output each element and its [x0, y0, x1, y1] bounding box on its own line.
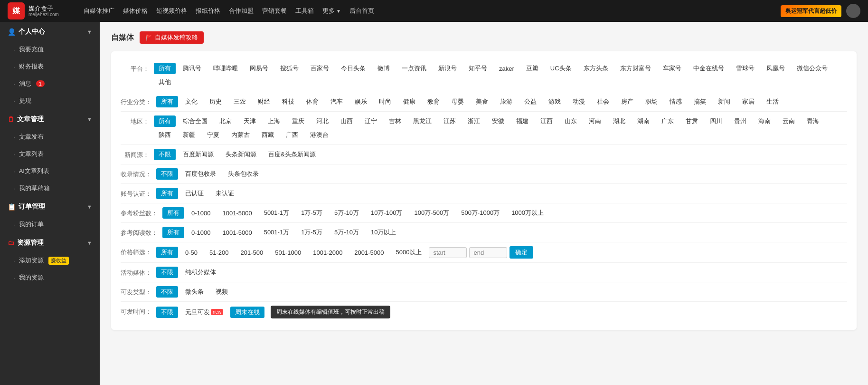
region-tag-tianjin[interactable]: 天津	[239, 116, 261, 127]
platform-tag-xueqiu[interactable]: 雪球号	[731, 63, 759, 74]
industry-tag-auto[interactable]: 汽车	[326, 96, 348, 107]
sidebar-section-article[interactable]: 🗒 文章管理 ▼	[0, 109, 100, 128]
nav-link-join[interactable]: 合作加盟	[229, 7, 254, 15]
platform-tag-yidian[interactable]: 一点资讯	[397, 63, 431, 74]
region-tag-chongqing[interactable]: 重庆	[287, 116, 309, 127]
industry-tag-anime[interactable]: 动漫	[568, 96, 590, 107]
fans-tag-5001-1w[interactable]: 5001-1万	[259, 207, 294, 219]
platform-tag-zhihu[interactable]: 知乎号	[464, 63, 492, 74]
industry-tag-game[interactable]: 游戏	[544, 96, 566, 107]
inclusion-tag-unlimited[interactable]: 不限	[156, 168, 178, 180]
news-source-tag-both[interactable]: 百度&头条新闻源	[264, 149, 321, 160]
industry-tag-home[interactable]: 家居	[737, 96, 759, 107]
platform-tag-chejia[interactable]: 车家号	[658, 63, 686, 74]
region-tag-shanghai[interactable]: 上海	[263, 116, 285, 127]
industry-tag-emotion[interactable]: 情感	[665, 96, 687, 107]
sidebar-item-finance[interactable]: · 财务报表	[0, 58, 100, 75]
guide-button[interactable]: 🚩 自媒体发稿攻略	[140, 31, 204, 44]
industry-tag-sannong[interactable]: 三农	[229, 96, 251, 107]
pub-type-tag-weih[interactable]: 微头条	[180, 286, 208, 298]
sidebar-item-recharge[interactable]: · 我要充值	[0, 41, 100, 58]
auth-tag-unverified[interactable]: 未认证	[211, 188, 239, 199]
industry-tag-life[interactable]: 生活	[762, 96, 783, 107]
platform-tag-all[interactable]: 所有	[154, 63, 176, 74]
price-tag-1001-2000[interactable]: 1001-2000	[308, 248, 347, 258]
industry-tag-funny[interactable]: 搞笑	[689, 96, 711, 107]
fans-tag-0-1000[interactable]: 0-1000	[187, 208, 215, 218]
region-tag-hebei[interactable]: 河北	[311, 116, 333, 127]
platform-tag-ifeng[interactable]: 凤凰号	[762, 63, 790, 74]
industry-tag-realestate[interactable]: 房产	[616, 96, 638, 107]
price-tag-all[interactable]: 所有	[156, 247, 178, 258]
region-tag-xizang[interactable]: 西藏	[257, 129, 279, 141]
sidebar-item-add-resource[interactable]: · 添加资源 赚收益	[0, 252, 100, 269]
price-tag-51-200[interactable]: 51-200	[205, 248, 233, 258]
industry-tag-tech[interactable]: 科技	[277, 96, 299, 107]
price-end-input[interactable]	[469, 247, 507, 258]
fans-tag-500w-1000w[interactable]: 500万-1000万	[456, 207, 504, 219]
news-source-tag-toutiao[interactable]: 头条新闻源	[221, 149, 261, 160]
industry-tag-sports[interactable]: 体育	[302, 96, 323, 107]
fans-tag-100w-500w[interactable]: 100万-500万	[409, 207, 454, 219]
inclusion-tag-toutiao[interactable]: 头条包收录	[223, 168, 264, 180]
industry-tag-culture[interactable]: 文化	[180, 96, 202, 107]
platform-tag-douban[interactable]: 豆瓣	[521, 63, 543, 74]
platform-tag-sohu[interactable]: 搜狐号	[275, 63, 303, 74]
active-media-tag-unlimited[interactable]: 不限	[156, 267, 178, 278]
fans-tag-5w-10w[interactable]: 5万-10万	[330, 207, 364, 219]
nav-link-backend[interactable]: 后台首页	[349, 7, 374, 15]
platform-tag-toutiao[interactable]: 今日头条	[336, 63, 370, 74]
region-tag-hunan[interactable]: 湖南	[632, 116, 654, 127]
avatar[interactable]	[846, 4, 860, 18]
sidebar-item-article-list[interactable]: · 文章列表	[0, 145, 100, 163]
region-tag-guizhou[interactable]: 贵州	[729, 116, 751, 127]
industry-tag-entertainment[interactable]: 娱乐	[350, 96, 372, 107]
sidebar-item-message[interactable]: · 消息 1	[0, 75, 100, 92]
price-tag-501-1000[interactable]: 501-1000	[270, 248, 306, 258]
pub-time-tag-weekend[interactable]: 周末在线	[230, 307, 264, 318]
sidebar-section-personal[interactable]: 👤 个人中心 ▼	[0, 22, 100, 41]
region-tag-all[interactable]: 所有	[154, 116, 176, 127]
price-tag-201-500[interactable]: 201-500	[236, 248, 268, 258]
platform-tag-dongfang[interactable]: 东方头条	[579, 63, 613, 74]
price-tag-5000-plus[interactable]: 5000以上	[391, 247, 427, 258]
platform-tag-weibo[interactable]: 微博	[373, 63, 395, 74]
region-tag-hainan[interactable]: 海南	[754, 116, 775, 127]
region-tag-hubei[interactable]: 湖北	[608, 116, 630, 127]
platform-tag-wangyi[interactable]: 网易号	[245, 63, 273, 74]
inclusion-tag-baidu[interactable]: 百度包收录	[180, 168, 221, 180]
region-tag-zhejiang[interactable]: 浙江	[463, 116, 485, 127]
sidebar-item-withdraw[interactable]: · 提现	[0, 92, 100, 109]
sidebar-item-my-resource[interactable]: · 我的资源	[0, 269, 100, 286]
price-confirm-button[interactable]: 确定	[509, 246, 533, 259]
platform-tag-zaker[interactable]: zaker	[494, 64, 519, 74]
pub-time-tag-yuandan[interactable]: 元旦可发new	[180, 307, 228, 318]
nav-link-video-price[interactable]: 短视频价格	[156, 7, 187, 15]
reads-tag-5w-10w[interactable]: 5万-10万	[330, 227, 364, 238]
industry-tag-fashion[interactable]: 时尚	[374, 96, 396, 107]
region-tag-ningxia[interactable]: 宁夏	[202, 129, 224, 141]
industry-tag-education[interactable]: 教育	[423, 96, 444, 107]
region-tag-shaanxi[interactable]: 陕西	[154, 129, 176, 141]
region-tag-guangdong[interactable]: 广东	[657, 116, 679, 127]
reads-tag-1001-5000[interactable]: 1001-5000	[217, 228, 256, 238]
region-tag-anhui[interactable]: 安徽	[487, 116, 509, 127]
region-tag-shandong[interactable]: 山东	[560, 116, 582, 127]
nav-link-media-price[interactable]: 媒体价格	[123, 7, 148, 15]
region-tag-shanxi[interactable]: 山西	[336, 116, 358, 127]
news-source-tag-baidu[interactable]: 百度新闻源	[178, 149, 218, 160]
region-tag-fujian[interactable]: 福建	[511, 116, 533, 127]
industry-tag-food[interactable]: 美食	[471, 96, 493, 107]
region-tag-qinghai[interactable]: 青海	[802, 116, 824, 127]
reads-tag-0-1000[interactable]: 0-1000	[187, 228, 215, 238]
nav-link-newspaper[interactable]: 报纸价格	[196, 7, 220, 15]
sidebar-item-article-publish[interactable]: · 文章发布	[0, 128, 100, 145]
region-tag-heilongjiang[interactable]: 黑龙江	[408, 116, 436, 127]
fans-tag-1w-5w[interactable]: 1万-5万	[296, 207, 327, 219]
platform-tag-other[interactable]: 其他	[154, 77, 176, 88]
platform-tag-sina[interactable]: 新浪号	[434, 63, 462, 74]
sidebar-section-resource[interactable]: 🗂 资源管理 ▼	[0, 233, 100, 252]
logo-area[interactable]: 媒 媒介盒子 meijehezi.com	[8, 2, 74, 19]
industry-tag-all[interactable]: 所有	[156, 96, 178, 107]
platform-tag-zhongjin[interactable]: 中金在线号	[689, 63, 729, 74]
